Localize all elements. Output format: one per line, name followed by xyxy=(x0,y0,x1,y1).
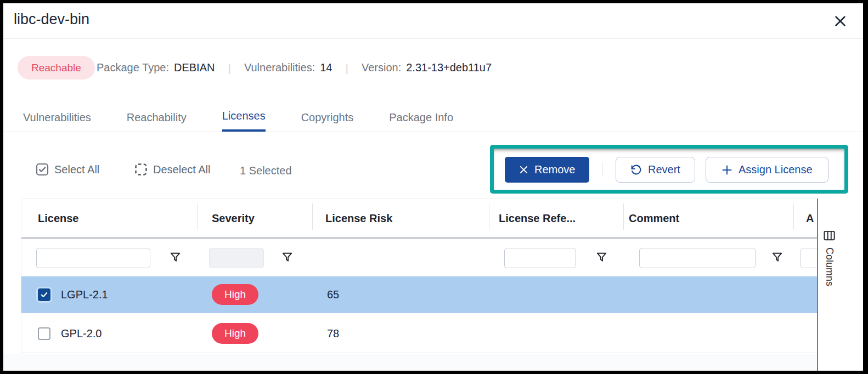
funnel-icon xyxy=(280,251,295,264)
tab-vulnerabilities[interactable]: Vulnerabilities xyxy=(23,110,91,132)
checked-checkbox-icon xyxy=(36,163,49,176)
column-header-license[interactable]: License xyxy=(38,212,78,225)
close-icon xyxy=(833,14,847,28)
truncated-filter-input[interactable] xyxy=(801,248,817,268)
revert-button[interactable]: Revert xyxy=(616,157,695,183)
comment-filter-input[interactable] xyxy=(639,248,756,268)
license-risk-cell: 78 xyxy=(327,327,339,340)
severity-high-badge: High xyxy=(212,323,258,344)
plus-icon xyxy=(722,165,732,175)
columns-grid-icon xyxy=(823,229,836,242)
undo-arrow-icon xyxy=(630,164,642,175)
table-row-lgpl-2.1[interactable]: LGPL-2.1 High 65 xyxy=(21,276,817,313)
vulnerabilities-value: 14 xyxy=(320,61,332,74)
selected-count: 1 Selected xyxy=(240,165,292,177)
license-cell: LGPL-2.1 xyxy=(61,288,108,301)
tab-reachability[interactable]: Reachability xyxy=(127,110,187,132)
severity-filter-button[interactable] xyxy=(280,250,295,264)
column-divider xyxy=(312,203,313,230)
table-filter-row xyxy=(21,240,817,276)
table-row-gpl-2.0[interactable]: GPL-2.0 High 78 xyxy=(21,314,817,353)
severity-high-badge: High xyxy=(212,284,258,305)
button-separator xyxy=(602,162,602,177)
close-button[interactable] xyxy=(831,12,849,30)
package-meta-row: Package Type: DEBIAN | Vulnerabilities: … xyxy=(97,56,492,80)
column-divider xyxy=(793,203,794,230)
remove-x-icon xyxy=(519,165,528,174)
row-checkbox-checked[interactable] xyxy=(38,288,50,301)
license-risk-cell: 65 xyxy=(327,288,339,301)
version-label: Version: xyxy=(362,61,401,74)
tab-bar: Vulnerabilities Reachability Licenses Co… xyxy=(23,110,453,132)
remove-button[interactable]: Remove xyxy=(505,157,589,183)
tab-copyrights[interactable]: Copyrights xyxy=(301,110,354,132)
package-type-value: DEBIAN xyxy=(174,61,215,74)
license-reference-filter-input[interactable] xyxy=(504,248,576,268)
page-title: libc-dev-bin xyxy=(14,11,89,28)
deselect-all-label: Deselect All xyxy=(153,163,211,176)
tabs-underline xyxy=(3,132,863,132)
remove-label: Remove xyxy=(534,163,575,176)
revert-label: Revert xyxy=(648,163,680,176)
funnel-icon xyxy=(770,251,785,264)
select-all-button[interactable]: Select All xyxy=(36,163,99,176)
meta-separator: | xyxy=(228,61,230,75)
column-header-severity[interactable]: Severity xyxy=(212,212,255,225)
funnel-icon xyxy=(168,251,183,264)
meta-separator: | xyxy=(345,61,348,75)
vulnerabilities-label: Vulnerabilities: xyxy=(244,61,315,74)
column-header-license-risk[interactable]: License Risk xyxy=(325,212,392,225)
columns-panel-button[interactable]: Columns xyxy=(821,229,837,286)
tab-licenses[interactable]: Licenses xyxy=(222,110,266,132)
tab-package-info[interactable]: Package Info xyxy=(389,110,453,132)
dashed-square-icon xyxy=(134,163,148,176)
table-header-row: License Severity License Risk License Re… xyxy=(21,199,817,239)
funnel-icon xyxy=(595,251,609,264)
column-header-truncated[interactable]: A xyxy=(806,212,814,225)
deselect-all-button[interactable]: Deselect All xyxy=(134,163,211,176)
column-divider xyxy=(623,203,624,230)
columns-panel-label: Columns xyxy=(824,247,835,286)
package-type-label: Package Type: xyxy=(97,61,169,74)
column-header-license-reference[interactable]: License Refe... xyxy=(499,212,576,225)
header-divider xyxy=(3,38,863,39)
column-divider xyxy=(197,203,198,230)
column-header-comment[interactable]: Comment xyxy=(629,212,679,225)
version-value: 2.31-13+deb11u7 xyxy=(406,61,492,74)
column-divider xyxy=(489,203,489,230)
reachable-status-badge: Reachable xyxy=(18,56,95,80)
licenses-table: License Severity License Risk License Re… xyxy=(21,199,817,354)
comment-filter-button[interactable] xyxy=(770,250,785,264)
assign-license-label: Assign License xyxy=(739,163,813,176)
assign-license-button[interactable]: Assign License xyxy=(706,157,828,183)
license-reference-filter-button[interactable] xyxy=(595,250,609,264)
side-panel-divider xyxy=(817,199,818,371)
severity-filter-input xyxy=(209,248,264,268)
license-filter-input[interactable] xyxy=(36,248,150,268)
license-cell: GPL-2.0 xyxy=(61,327,102,340)
row-checkbox-unchecked[interactable] xyxy=(38,327,50,340)
license-filter-button[interactable] xyxy=(168,250,183,264)
table-footer-strip xyxy=(3,354,817,371)
select-all-label: Select All xyxy=(54,163,99,176)
